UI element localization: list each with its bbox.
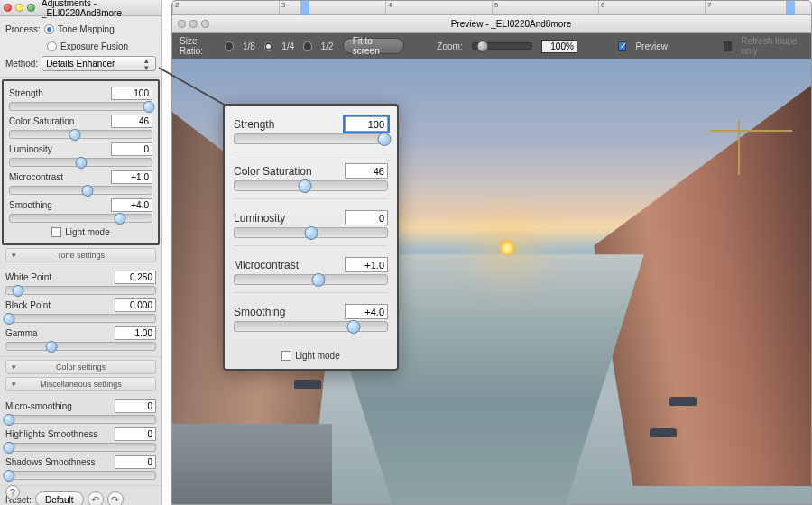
slider-value-input[interactable] [115,399,156,413]
redo-icon[interactable]: ↷ [107,491,124,505]
slider-value-input[interactable] [115,455,156,469]
refresh-loupe-checkbox[interactable] [724,41,733,51]
slider-track[interactable] [5,314,156,323]
slider-color-saturation: Color Saturation [234,161,388,199]
help-icon[interactable]: ? [5,485,20,500]
slider-value-input[interactable] [345,116,388,132]
slider-value-input[interactable] [345,257,388,272]
slider-track[interactable] [5,471,156,480]
slider-value-input[interactable] [345,210,388,225]
slider-value-input[interactable] [111,198,152,212]
slider-thumb[interactable] [298,179,311,193]
slider-label: Luminosity [234,212,285,225]
close-icon[interactable] [178,20,186,28]
slider-label: Strength [9,88,43,98]
close-icon[interactable] [4,4,12,12]
reset-default-button[interactable]: Default [35,491,84,505]
preview-title: Preview - _ELI0220And8more [217,19,806,29]
ratio-1-2[interactable] [303,41,312,51]
slider-thumb[interactable] [4,470,15,482]
slider-track[interactable] [234,227,388,238]
slider-label: Smoothing [234,306,285,318]
zoom-value[interactable] [541,40,577,53]
slider-thumb[interactable] [75,157,87,169]
preview-checkbox-label[interactable]: Preview [635,41,668,51]
slider-track[interactable] [234,133,388,144]
ratio-1-8[interactable] [225,41,234,51]
fit-to-screen-button[interactable]: Fit to screen [343,38,404,54]
slider-track[interactable] [234,274,388,285]
zoom-label: Zoom: [437,41,462,51]
slider-label: Strength [234,118,274,131]
adjustments-titlebar[interactable]: Adjustments - _ELI0220And8more [0,0,161,16]
ruler-tick: 5 [492,1,598,14]
slider-thumb[interactable] [115,213,126,225]
light-mode-checkbox[interactable] [51,227,61,237]
slider-track[interactable] [5,286,156,295]
method-dropdown[interactable]: Details Enhancer [42,56,156,71]
slider-value-input[interactable] [111,142,152,156]
light-mode-label[interactable]: Light mode [65,227,109,237]
tone-settings-header[interactable]: Tone settings [5,248,156,262]
slider-value-input[interactable] [111,87,152,100]
slider-value-input[interactable] [111,170,152,184]
slider-micro-smoothing: Micro-smoothing [5,398,156,426]
process-label: Process: [5,24,41,34]
slider-thumb[interactable] [69,129,81,141]
slider-smoothing: Smoothing [9,197,152,225]
minimize-icon[interactable] [189,20,198,28]
slider-track[interactable] [9,214,152,223]
slider-label: Gamma [5,328,38,338]
slider-thumb[interactable] [346,320,360,334]
slider-black-point: Black Point [5,297,156,325]
radio-exposure-fusion[interactable] [47,41,57,51]
radio-tone-mapping[interactable] [44,24,54,34]
adjustments-title: Adjustments - _ELI0220And8more [42,0,158,18]
slider-value-input[interactable] [345,163,388,179]
slider-thumb[interactable] [304,226,318,240]
slider-thumb[interactable] [143,101,154,113]
method-value: Details Enhancer [46,59,115,69]
slider-track[interactable] [5,342,156,351]
preview-titlebar[interactable]: Preview - _ELI0220And8more [172,15,811,33]
zoom-slider[interactable] [472,42,532,50]
slider-value-input[interactable] [115,326,156,340]
slider-value-input[interactable] [345,304,388,319]
undo-icon[interactable]: ↶ [88,491,104,505]
misc-settings-header[interactable]: Miscellaneous settings [5,377,156,391]
slider-thumb[interactable] [45,341,57,353]
zoom-icon[interactable] [201,20,209,28]
zoom-icon[interactable] [27,4,35,12]
ruler-marker[interactable] [300,1,309,15]
slider-thumb[interactable] [13,285,24,297]
slider-thumb[interactable] [82,185,94,197]
slider-track[interactable] [9,186,152,195]
slider-track[interactable] [5,415,156,424]
slider-track[interactable] [9,102,152,111]
slider-track[interactable] [5,443,156,452]
slider-thumb[interactable] [4,414,15,426]
ruler-tick: 7 [705,1,811,14]
preview-checkbox[interactable] [618,41,627,51]
slider-track[interactable] [9,158,152,167]
light-mode-label[interactable]: Light mode [295,351,339,361]
slider-thumb[interactable] [377,133,391,146]
slider-value-input[interactable] [115,298,156,312]
slider-value-input[interactable] [115,271,156,284]
ratio-1-4[interactable] [264,41,273,51]
radio-tone-mapping-label[interactable]: Tone Mapping [58,24,115,34]
slider-track[interactable] [234,180,388,191]
slider-thumb[interactable] [311,273,325,287]
slider-track[interactable] [234,321,388,332]
ruler-marker[interactable] [786,1,795,15]
minimize-icon[interactable] [15,4,23,12]
slider-microcontrast: Microcontrast [234,255,388,293]
slider-value-input[interactable] [115,427,156,441]
color-settings-header[interactable]: Color settings [5,360,156,374]
slider-thumb[interactable] [4,313,15,325]
slider-thumb[interactable] [4,442,15,454]
radio-exposure-fusion-label[interactable]: Exposure Fusion [60,41,128,51]
slider-track[interactable] [9,130,152,139]
slider-value-input[interactable] [111,115,152,128]
light-mode-checkbox[interactable] [281,351,291,361]
